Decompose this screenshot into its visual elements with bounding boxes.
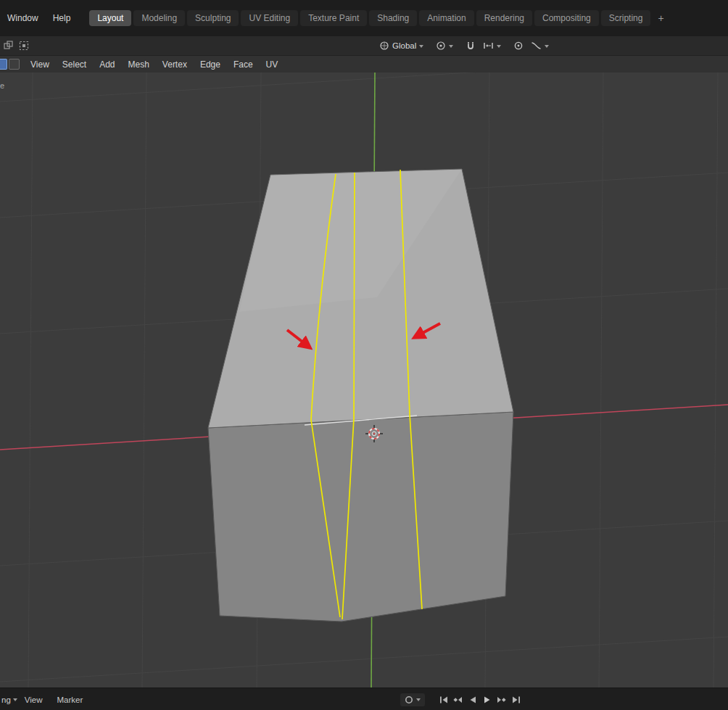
tool-settings-bar: Global xyxy=(0,36,728,56)
orientation-label: Global xyxy=(392,41,416,50)
play-reverse-icon xyxy=(469,696,476,703)
viewport-menu-select[interactable]: Select xyxy=(56,57,93,72)
viewport-menu-uv[interactable]: UV xyxy=(260,57,285,72)
viewport-menu-face[interactable]: Face xyxy=(227,57,260,72)
timeline-menu-marker[interactable]: Marker xyxy=(50,693,91,706)
viewport-3d[interactable]: e xyxy=(0,73,728,688)
snap-toggle-button[interactable] xyxy=(462,38,479,54)
play-button[interactable] xyxy=(480,693,494,706)
jump-to-start-button[interactable] xyxy=(437,693,450,706)
falloff-curve-icon xyxy=(531,41,542,51)
workspace-tab-uv-editing[interactable]: UV Editing xyxy=(241,10,298,26)
playback-controls xyxy=(400,693,523,706)
jump-to-end-icon xyxy=(512,696,521,703)
next-keyframe-icon xyxy=(497,696,506,703)
viewport-canvas xyxy=(0,73,728,688)
auto-keying-button[interactable] xyxy=(400,693,425,706)
viewport-menu-mesh[interactable]: Mesh xyxy=(122,57,156,72)
previous-keyframe-icon xyxy=(453,696,463,703)
workspace-tab-animation[interactable]: Animation xyxy=(419,10,473,26)
play-reverse-button[interactable] xyxy=(466,693,479,706)
workspace-tab-shading[interactable]: Shading xyxy=(369,10,417,26)
viewport-menu-vertex[interactable]: Vertex xyxy=(156,57,194,72)
workspace-tab-modeling[interactable]: Modeling xyxy=(133,10,185,26)
timeline-bar: ng View Marker xyxy=(0,688,728,710)
chevron-down-icon xyxy=(419,45,423,48)
chevron-down-icon xyxy=(416,698,421,701)
snap-settings-dropdown[interactable] xyxy=(479,38,505,54)
timeline-editor-dropdown-label: ng xyxy=(1,695,11,704)
cube-mesh xyxy=(208,169,513,622)
snap-target-icon xyxy=(483,41,494,51)
previous-keyframe-button[interactable] xyxy=(451,693,465,706)
active-tool-icon[interactable] xyxy=(18,40,30,51)
timeline-menu-view[interactable]: View xyxy=(17,693,50,706)
viewport-menu-add[interactable]: Add xyxy=(93,57,121,72)
cube-front-shade xyxy=(208,412,513,622)
menu-window[interactable]: Window xyxy=(0,10,46,26)
tool-settings-icon[interactable] xyxy=(3,40,15,51)
record-circle-icon xyxy=(405,695,413,704)
proportional-editing-icon xyxy=(513,41,524,51)
viewport-menu-view[interactable]: View xyxy=(24,57,56,72)
play-icon xyxy=(484,696,491,703)
workspace-tab-texture-paint[interactable]: Texture Paint xyxy=(300,10,367,26)
blender-window: { "topbar": { "menus": ["Window", "Help"… xyxy=(0,0,728,710)
orientation-icon xyxy=(379,41,389,51)
jump-to-start-icon xyxy=(439,696,448,703)
chevron-down-icon xyxy=(497,45,501,48)
menu-help[interactable]: Help xyxy=(46,10,78,26)
chevron-down-icon xyxy=(449,45,453,48)
add-workspace-button[interactable]: + xyxy=(653,11,669,25)
transform-orientation-dropdown[interactable]: Global xyxy=(376,38,427,54)
sidebar-tab-partial-label[interactable]: e xyxy=(0,81,4,90)
topbar: Window Help Layout Modeling Sculpting UV… xyxy=(0,0,728,36)
jump-to-end-button[interactable] xyxy=(509,693,523,706)
pivot-point-dropdown[interactable] xyxy=(432,38,457,54)
timeline-editor-dropdown[interactable]: ng xyxy=(1,695,17,704)
workspace-tab-scripting[interactable]: Scripting xyxy=(601,10,651,26)
workspace-tab-rendering[interactable]: Rendering xyxy=(476,10,532,26)
chevron-down-icon xyxy=(545,45,549,48)
workspace-tab-sculpting[interactable]: Sculpting xyxy=(187,10,239,26)
magnet-icon xyxy=(466,41,476,51)
proportional-falloff-dropdown[interactable] xyxy=(527,38,553,54)
workspace-tab-compositing[interactable]: Compositing xyxy=(534,10,599,26)
workspace-tabs: Layout Modeling Sculpting UV Editing Tex… xyxy=(89,10,669,26)
workspace-tab-layout[interactable]: Layout xyxy=(89,10,131,26)
proportional-editing-toggle[interactable] xyxy=(510,38,527,54)
transform-options-cluster: Global xyxy=(376,38,553,54)
pivot-point-icon xyxy=(436,41,446,51)
next-keyframe-button[interactable] xyxy=(495,693,508,706)
select-mode-icon[interactable] xyxy=(9,59,20,70)
select-mode-active-icon[interactable] xyxy=(0,59,7,70)
viewport-header: View Select Add Mesh Vertex Edge Face UV xyxy=(0,56,728,73)
viewport-menu-edge[interactable]: Edge xyxy=(194,57,227,72)
